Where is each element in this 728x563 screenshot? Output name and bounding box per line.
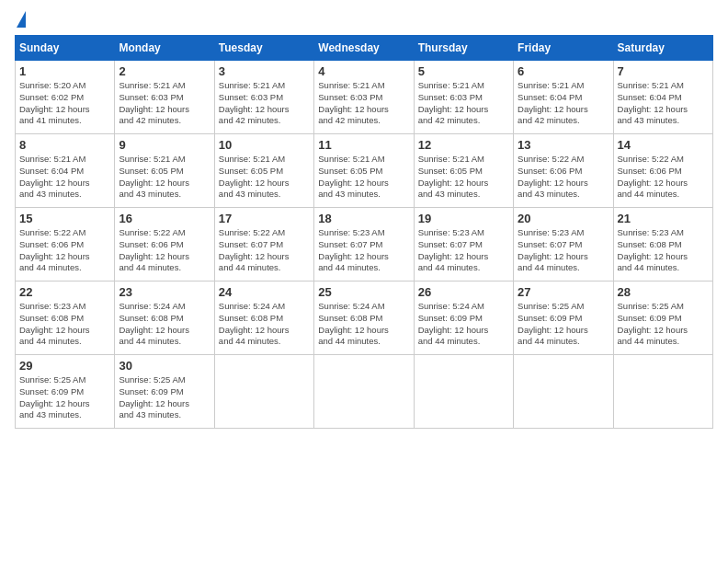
day-info: Sunrise: 5:23 AM Sunset: 6:08 PM Dayligh… xyxy=(19,301,110,348)
day-number: 23 xyxy=(119,285,210,299)
calendar-cell: 21Sunrise: 5:23 AM Sunset: 6:08 PM Dayli… xyxy=(613,208,712,282)
day-number: 13 xyxy=(518,138,609,152)
calendar-cell: 7Sunrise: 5:21 AM Sunset: 6:04 PM Daylig… xyxy=(613,61,712,134)
calendar-cell: 24Sunrise: 5:24 AM Sunset: 6:08 PM Dayli… xyxy=(214,282,313,355)
day-info: Sunrise: 5:21 AM Sunset: 6:05 PM Dayligh… xyxy=(119,154,210,201)
day-info: Sunrise: 5:24 AM Sunset: 6:09 PM Dayligh… xyxy=(418,301,509,348)
day-number: 25 xyxy=(318,285,409,299)
day-number: 15 xyxy=(19,212,110,225)
day-number: 2 xyxy=(119,64,210,78)
calendar-cell: 8Sunrise: 5:21 AM Sunset: 6:04 PM Daylig… xyxy=(16,134,115,208)
calendar-cell: 22Sunrise: 5:23 AM Sunset: 6:08 PM Dayli… xyxy=(16,282,115,355)
calendar-cell: 17Sunrise: 5:22 AM Sunset: 6:07 PM Dayli… xyxy=(214,208,313,282)
day-number: 11 xyxy=(318,138,409,152)
logo xyxy=(15,15,26,28)
calendar-week-row-1: 1Sunrise: 5:20 AM Sunset: 6:02 PM Daylig… xyxy=(16,61,713,134)
calendar-cell: 15Sunrise: 5:22 AM Sunset: 6:06 PM Dayli… xyxy=(16,208,115,282)
day-info: Sunrise: 5:21 AM Sunset: 6:03 PM Dayligh… xyxy=(119,80,210,127)
calendar-cell: 27Sunrise: 5:25 AM Sunset: 6:09 PM Dayli… xyxy=(514,282,613,355)
page-header xyxy=(15,15,713,28)
day-number: 10 xyxy=(219,138,310,152)
day-number: 9 xyxy=(119,138,210,152)
calendar-header-thursday: Thursday xyxy=(414,36,513,61)
day-number: 16 xyxy=(119,212,210,225)
calendar-cell xyxy=(214,355,313,429)
logo-triangle-icon xyxy=(17,11,26,28)
day-info: Sunrise: 5:24 AM Sunset: 6:08 PM Dayligh… xyxy=(318,301,409,348)
calendar-cell: 28Sunrise: 5:25 AM Sunset: 6:09 PM Dayli… xyxy=(613,282,712,355)
calendar-cell: 16Sunrise: 5:22 AM Sunset: 6:06 PM Dayli… xyxy=(115,208,214,282)
day-number: 28 xyxy=(618,285,709,299)
calendar-cell: 20Sunrise: 5:23 AM Sunset: 6:07 PM Dayli… xyxy=(514,208,613,282)
day-number: 30 xyxy=(119,359,210,373)
calendar-week-row-2: 8Sunrise: 5:21 AM Sunset: 6:04 PM Daylig… xyxy=(16,134,713,208)
calendar-cell: 5Sunrise: 5:21 AM Sunset: 6:03 PM Daylig… xyxy=(414,61,513,134)
calendar-header-sunday: Sunday xyxy=(16,36,115,61)
calendar-header-row: SundayMondayTuesdayWednesdayThursdayFrid… xyxy=(16,36,713,61)
day-info: Sunrise: 5:21 AM Sunset: 6:05 PM Dayligh… xyxy=(418,154,509,201)
day-number: 3 xyxy=(219,64,310,78)
day-info: Sunrise: 5:25 AM Sunset: 6:09 PM Dayligh… xyxy=(618,301,709,348)
day-number: 19 xyxy=(418,212,509,225)
day-info: Sunrise: 5:23 AM Sunset: 6:07 PM Dayligh… xyxy=(318,227,409,274)
calendar-table: SundayMondayTuesdayWednesdayThursdayFrid… xyxy=(15,35,713,429)
calendar-cell: 18Sunrise: 5:23 AM Sunset: 6:07 PM Dayli… xyxy=(314,208,414,282)
day-info: Sunrise: 5:24 AM Sunset: 6:08 PM Dayligh… xyxy=(219,301,310,348)
day-info: Sunrise: 5:21 AM Sunset: 6:03 PM Dayligh… xyxy=(219,80,310,127)
calendar-cell: 1Sunrise: 5:20 AM Sunset: 6:02 PM Daylig… xyxy=(16,61,115,134)
calendar-cell xyxy=(314,355,414,429)
calendar-cell: 19Sunrise: 5:23 AM Sunset: 6:07 PM Dayli… xyxy=(414,208,513,282)
day-info: Sunrise: 5:21 AM Sunset: 6:03 PM Dayligh… xyxy=(318,80,409,127)
day-info: Sunrise: 5:21 AM Sunset: 6:04 PM Dayligh… xyxy=(618,80,709,127)
day-number: 1 xyxy=(19,64,110,78)
calendar-cell: 13Sunrise: 5:22 AM Sunset: 6:06 PM Dayli… xyxy=(514,134,613,208)
day-info: Sunrise: 5:24 AM Sunset: 6:08 PM Dayligh… xyxy=(119,301,210,348)
calendar-cell: 30Sunrise: 5:25 AM Sunset: 6:09 PM Dayli… xyxy=(115,355,214,429)
day-info: Sunrise: 5:23 AM Sunset: 6:07 PM Dayligh… xyxy=(518,227,609,274)
day-number: 7 xyxy=(618,64,709,78)
day-info: Sunrise: 5:21 AM Sunset: 6:04 PM Dayligh… xyxy=(518,80,609,127)
day-info: Sunrise: 5:23 AM Sunset: 6:07 PM Dayligh… xyxy=(418,227,509,274)
day-info: Sunrise: 5:22 AM Sunset: 6:07 PM Dayligh… xyxy=(219,227,310,274)
calendar-cell: 6Sunrise: 5:21 AM Sunset: 6:04 PM Daylig… xyxy=(514,61,613,134)
day-info: Sunrise: 5:25 AM Sunset: 6:09 PM Dayligh… xyxy=(518,301,609,348)
calendar-cell: 14Sunrise: 5:22 AM Sunset: 6:06 PM Dayli… xyxy=(613,134,712,208)
day-number: 4 xyxy=(318,64,409,78)
calendar-cell: 23Sunrise: 5:24 AM Sunset: 6:08 PM Dayli… xyxy=(115,282,214,355)
day-number: 18 xyxy=(318,212,409,225)
day-number: 21 xyxy=(618,212,709,225)
day-number: 6 xyxy=(518,64,609,78)
calendar-week-row-4: 22Sunrise: 5:23 AM Sunset: 6:08 PM Dayli… xyxy=(16,282,713,355)
day-number: 27 xyxy=(518,285,609,299)
day-info: Sunrise: 5:22 AM Sunset: 6:06 PM Dayligh… xyxy=(518,154,609,201)
day-number: 8 xyxy=(19,138,110,152)
day-number: 12 xyxy=(418,138,509,152)
day-number: 14 xyxy=(618,138,709,152)
day-info: Sunrise: 5:20 AM Sunset: 6:02 PM Dayligh… xyxy=(19,80,110,127)
calendar-cell xyxy=(514,355,613,429)
day-info: Sunrise: 5:22 AM Sunset: 6:06 PM Dayligh… xyxy=(19,227,110,274)
calendar-cell: 11Sunrise: 5:21 AM Sunset: 6:05 PM Dayli… xyxy=(314,134,414,208)
day-info: Sunrise: 5:21 AM Sunset: 6:03 PM Dayligh… xyxy=(418,80,509,127)
day-info: Sunrise: 5:21 AM Sunset: 6:05 PM Dayligh… xyxy=(318,154,409,201)
day-number: 5 xyxy=(418,64,509,78)
calendar-cell xyxy=(414,355,513,429)
day-number: 26 xyxy=(418,285,509,299)
calendar-header-saturday: Saturday xyxy=(613,36,712,61)
day-info: Sunrise: 5:22 AM Sunset: 6:06 PM Dayligh… xyxy=(119,227,210,274)
calendar-header-tuesday: Tuesday xyxy=(214,36,313,61)
day-number: 24 xyxy=(219,285,310,299)
calendar-cell: 2Sunrise: 5:21 AM Sunset: 6:03 PM Daylig… xyxy=(115,61,214,134)
day-info: Sunrise: 5:23 AM Sunset: 6:08 PM Dayligh… xyxy=(618,227,709,274)
calendar-cell: 10Sunrise: 5:21 AM Sunset: 6:05 PM Dayli… xyxy=(214,134,313,208)
calendar-cell: 3Sunrise: 5:21 AM Sunset: 6:03 PM Daylig… xyxy=(214,61,313,134)
calendar-header-friday: Friday xyxy=(514,36,613,61)
calendar-week-row-5: 29Sunrise: 5:25 AM Sunset: 6:09 PM Dayli… xyxy=(16,355,713,429)
day-number: 22 xyxy=(19,285,110,299)
calendar-header-wednesday: Wednesday xyxy=(314,36,414,61)
day-info: Sunrise: 5:21 AM Sunset: 6:04 PM Dayligh… xyxy=(19,154,110,201)
calendar-cell: 12Sunrise: 5:21 AM Sunset: 6:05 PM Dayli… xyxy=(414,134,513,208)
calendar-cell xyxy=(613,355,712,429)
day-number: 17 xyxy=(219,212,310,225)
calendar-cell: 4Sunrise: 5:21 AM Sunset: 6:03 PM Daylig… xyxy=(314,61,414,134)
